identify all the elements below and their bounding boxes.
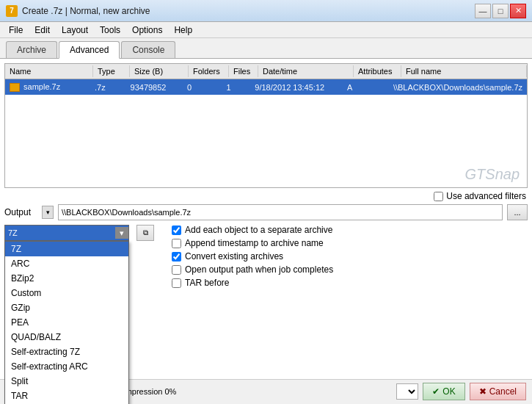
checkbox-row-1: Add each object to a separate archive — [172, 225, 528, 235]
table-row[interactable]: sample.7z .7z 93479852 0 1 9/18/2012 13:… — [5, 79, 527, 95]
dropdown-item-bzip2[interactable]: BZip2 — [5, 271, 128, 286]
cancel-button[interactable]: ✖ Cancel — [470, 383, 526, 400]
col-header-datetime: Date/time — [258, 65, 354, 77]
cell-name: sample.7z — [5, 81, 90, 93]
watermark: GTSnap — [465, 166, 520, 183]
format-row: 7Z ▾ 7Z ARC BZip2 Custom GZip PEA QUAD/B… — [4, 225, 166, 241]
lower-rows: 7Z ▾ 7Z ARC BZip2 Custom GZip PEA QUAD/B… — [4, 225, 528, 375]
menu-edit[interactable]: Edit — [29, 24, 56, 37]
status-dropdown[interactable] — [396, 383, 418, 400]
output-row: Output ▾ ... — [4, 204, 528, 220]
file-list-container: Name Type Size (B) Folders Files Date/ti… — [4, 63, 528, 188]
cancel-x-icon: ✖ — [479, 386, 487, 397]
ok-button[interactable]: ✔ OK — [423, 383, 464, 400]
checkbox-timestamp[interactable] — [172, 239, 181, 248]
checkbox-label-1: Add each object to a separate archive — [185, 225, 332, 235]
main-content: Name Type Size (B) Folders Files Date/ti… — [0, 59, 532, 379]
format-selected[interactable]: 7Z ▾ — [4, 225, 129, 241]
menu-bar: File Edit Layout Tools Options Help — [0, 22, 532, 38]
cell-type: .7z — [90, 82, 126, 93]
file-list-header: Name Type Size (B) Folders Files Date/ti… — [5, 64, 527, 79]
checkbox-row-3: Convert existing archives — [172, 251, 528, 261]
ok-checkmark-icon: ✔ — [432, 386, 440, 397]
output-label: Output — [4, 207, 37, 217]
col-header-type: Type — [93, 65, 130, 77]
copy-icon-button[interactable]: ⧉ — [136, 225, 154, 241]
col-header-files: Files — [229, 65, 258, 77]
minimize-button[interactable]: — — [475, 4, 491, 18]
menu-options[interactable]: Options — [126, 24, 168, 37]
title-bar: 7 Create .7z | Normal, new archive — □ ✕ — [0, 0, 532, 22]
col-header-folders: Folders — [189, 65, 229, 77]
checkbox-separate-archive[interactable] — [172, 226, 181, 235]
tab-archive[interactable]: Archive — [6, 41, 57, 58]
checkbox-row-5: TAR before — [172, 278, 528, 288]
checkbox-label-5: TAR before — [185, 278, 229, 288]
filter-row: Use advanced filters — [4, 188, 528, 204]
dropdown-item-arc[interactable]: ARC — [5, 256, 128, 271]
menu-tools[interactable]: Tools — [94, 24, 126, 37]
output-path-input[interactable] — [58, 204, 503, 220]
window-controls[interactable]: — □ ✕ — [475, 4, 526, 18]
dropdown-item-quadbalz[interactable]: QUAD/BALZ — [5, 330, 128, 345]
right-column: Add each object to a separate archive Ap… — [172, 225, 528, 375]
checkbox-label-2: Append timestamp to archive name — [185, 238, 324, 248]
tab-console[interactable]: Console — [121, 41, 175, 58]
dropdown-item-split[interactable]: Split — [5, 374, 128, 389]
browse-button[interactable]: ... — [507, 204, 528, 220]
checkbox-convert[interactable] — [172, 252, 181, 261]
tab-advanced[interactable]: Advanced — [59, 41, 120, 59]
checkbox-label-3: Convert existing archives — [185, 251, 283, 261]
dropdown-item-tar[interactable]: TAR — [5, 389, 128, 403]
format-dropdown-arrow: ▾ — [115, 227, 128, 239]
checkbox-open-output[interactable] — [172, 265, 181, 275]
window-title: Create .7z | Normal, new archive — [22, 6, 475, 16]
close-button[interactable]: ✕ — [510, 4, 526, 18]
cell-attributes: A — [343, 82, 389, 93]
output-dropdown-button[interactable]: ▾ — [42, 206, 54, 219]
cell-size: 93479852 — [126, 82, 183, 93]
dropdown-item-gzip[interactable]: GZip — [5, 300, 128, 315]
dropdown-item-custom[interactable]: Custom — [5, 286, 128, 300]
checkbox-row-4: Open output path when job completes — [172, 264, 528, 275]
menu-file[interactable]: File — [3, 24, 29, 37]
menu-help[interactable]: Help — [168, 24, 198, 37]
app-icon: 7 — [6, 5, 18, 17]
advanced-filters-label: Use advanced filters — [446, 191, 526, 201]
checkbox-tar-before[interactable] — [172, 278, 181, 288]
cell-fullname: \\BLACKBOX\Downloads\sample.7z — [389, 82, 527, 93]
cell-files: 1 — [222, 82, 250, 93]
col-header-attributes: Attributes — [354, 65, 401, 77]
dropdown-item-sfx7z[interactable]: Self-extracting 7Z — [5, 345, 128, 359]
format-dropdown-list: 7Z ARC BZip2 Custom GZip PEA QUAD/BALZ S… — [4, 241, 129, 404]
left-column: 7Z ▾ 7Z ARC BZip2 Custom GZip PEA QUAD/B… — [4, 225, 166, 375]
cell-folders: 0 — [183, 82, 222, 93]
maximize-button[interactable]: □ — [492, 4, 509, 18]
checkbox-row-2: Append timestamp to archive name — [172, 238, 528, 248]
checkbox-label-4: Open output path when job completes — [185, 264, 333, 275]
dropdown-item-7z[interactable]: 7Z — [5, 242, 128, 256]
col-header-name: Name — [5, 65, 93, 77]
format-select-container: 7Z ▾ 7Z ARC BZip2 Custom GZip PEA QUAD/B… — [4, 225, 129, 241]
advanced-filters-checkbox[interactable] — [434, 192, 443, 201]
col-header-size: Size (B) — [130, 65, 189, 77]
dropdown-item-sfxarc[interactable]: Self-extracting ARC — [5, 359, 128, 374]
tab-bar: Archive Advanced Console — [0, 38, 532, 59]
cell-datetime: 9/18/2012 13:45:12 — [250, 82, 343, 93]
dropdown-item-pea[interactable]: PEA — [5, 315, 128, 330]
file-icon — [10, 83, 20, 92]
menu-layout[interactable]: Layout — [56, 24, 94, 37]
col-header-fullname: Full name — [401, 65, 527, 77]
